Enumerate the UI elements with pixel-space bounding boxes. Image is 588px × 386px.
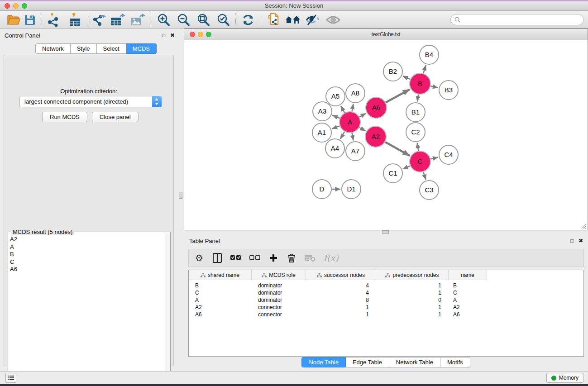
zoom-in-icon[interactable] bbox=[156, 12, 171, 28]
table-cell[interactable]: B bbox=[449, 282, 487, 289]
list-item[interactable]: A bbox=[10, 243, 164, 251]
zoom-selected-icon[interactable] bbox=[215, 12, 231, 28]
export-table-icon[interactable] bbox=[110, 12, 125, 28]
table-cell[interactable]: 0 bbox=[376, 296, 449, 304]
memory-button[interactable]: Memory bbox=[546, 373, 583, 383]
table-cell[interactable]: A2 bbox=[189, 304, 252, 311]
graph-edge-A-A8[interactable] bbox=[352, 104, 353, 112]
graph-edge-B-B1[interactable] bbox=[417, 95, 418, 102]
task-history-button[interactable] bbox=[5, 373, 16, 383]
graph-edge-A-A2[interactable] bbox=[359, 128, 365, 131]
close-table-panel-icon[interactable]: ✖ bbox=[578, 238, 583, 243]
add-column-icon[interactable] bbox=[268, 252, 278, 264]
table-cell[interactable]: 8 bbox=[306, 296, 376, 304]
zoom-out-icon[interactable] bbox=[176, 12, 191, 28]
table-cell[interactable]: connector bbox=[252, 311, 306, 318]
deselect-all-icon[interactable] bbox=[249, 252, 260, 264]
graph-edge-A-A7[interactable] bbox=[352, 133, 353, 141]
graph-edge-A-A4[interactable] bbox=[340, 132, 344, 139]
search-input[interactable] bbox=[463, 17, 583, 23]
search-field[interactable] bbox=[450, 14, 584, 25]
zoom-fit-icon[interactable] bbox=[196, 12, 211, 28]
run-mcds-button[interactable]: Run MCDS bbox=[42, 112, 87, 122]
graph-edge-C-C3[interactable] bbox=[423, 172, 425, 180]
tab-network-table[interactable]: Network Table bbox=[389, 357, 440, 367]
table-cell[interactable]: 1 bbox=[376, 304, 449, 311]
table-cell[interactable]: 1 bbox=[376, 311, 449, 318]
graph-edge-B-B2[interactable] bbox=[403, 76, 410, 79]
function-builder-icon[interactable]: f(x) bbox=[324, 252, 339, 264]
graph-edge-C-C1[interactable] bbox=[403, 166, 410, 169]
graph-edge-A-A3[interactable] bbox=[332, 115, 339, 118]
tab-motifs[interactable]: Motifs bbox=[440, 357, 470, 367]
table-cell[interactable]: 1 bbox=[306, 304, 376, 311]
network-window-titlebar[interactable]: testGlobe.txt bbox=[184, 29, 588, 40]
list-item[interactable]: B bbox=[10, 251, 164, 258]
criterion-dropdown[interactable]: largest connected component (directed) bbox=[19, 96, 162, 107]
table-cell[interactable]: A2 bbox=[449, 304, 487, 311]
tab-edge-table[interactable]: Edge Table bbox=[346, 357, 389, 367]
graph-edge-B-B3[interactable] bbox=[430, 86, 438, 88]
gear-icon[interactable]: ⚙ bbox=[194, 252, 204, 264]
list-scrollbar[interactable] bbox=[165, 233, 170, 385]
table-row[interactable]: Adominator80A bbox=[189, 296, 583, 304]
tab-node-table[interactable]: Node Table bbox=[301, 357, 346, 367]
list-item[interactable]: C bbox=[10, 258, 164, 266]
graph-edge-B-B4[interactable] bbox=[423, 65, 426, 73]
table-cell[interactable]: dominator bbox=[252, 282, 306, 289]
float-panel-icon[interactable]: □ bbox=[162, 33, 165, 38]
split-columns-icon[interactable] bbox=[212, 252, 222, 264]
horizontal-splitter-handle[interactable] bbox=[382, 230, 389, 234]
column-header-successor-nodes[interactable]: successor nodes bbox=[306, 270, 376, 280]
table-cell[interactable]: A6 bbox=[189, 311, 252, 318]
table-cell[interactable]: C bbox=[449, 289, 487, 296]
table-cell[interactable]: B bbox=[189, 282, 252, 289]
graph-edge-A2-C[interactable] bbox=[385, 142, 410, 156]
list-item[interactable]: A6 bbox=[10, 266, 164, 273]
refresh-icon[interactable] bbox=[240, 12, 256, 28]
table-cell[interactable]: 1 bbox=[306, 311, 376, 318]
table-row[interactable]: Bdominator41B bbox=[189, 282, 583, 289]
close-panel-icon[interactable]: ✖ bbox=[170, 33, 175, 38]
open-file-icon[interactable] bbox=[6, 12, 21, 28]
export-network-icon[interactable] bbox=[91, 12, 106, 28]
tab-select[interactable]: Select bbox=[97, 43, 126, 54]
select-all-icon[interactable] bbox=[230, 252, 241, 264]
table-cell[interactable]: 4 bbox=[306, 282, 376, 289]
table-cell[interactable]: 4 bbox=[306, 289, 376, 296]
graph-edge-C-C2[interactable] bbox=[417, 143, 419, 151]
delete-column-icon[interactable] bbox=[287, 252, 296, 264]
graph-edge-A-A5[interactable] bbox=[341, 106, 345, 113]
column-header-shared-name[interactable]: shared name bbox=[189, 270, 252, 280]
table-cell[interactable]: 1 bbox=[376, 282, 449, 289]
graph-edge-A6-B[interactable] bbox=[386, 89, 410, 102]
table-row[interactable]: Cdominator41C bbox=[189, 289, 583, 296]
tab-mcds[interactable]: MCDS bbox=[126, 43, 157, 54]
table-row[interactable]: A2connector11A2 bbox=[189, 304, 583, 311]
graph-edge-C-C4[interactable] bbox=[430, 157, 438, 159]
table-cell[interactable]: dominator bbox=[252, 289, 306, 296]
table-row[interactable]: A6connector11A6 bbox=[189, 311, 583, 318]
table-cell[interactable]: connector bbox=[252, 304, 306, 311]
tab-network[interactable]: Network bbox=[35, 43, 71, 54]
list-item[interactable]: A2 bbox=[10, 236, 164, 243]
import-network-icon[interactable] bbox=[46, 12, 61, 28]
import-table-icon[interactable] bbox=[67, 12, 83, 28]
save-session-icon[interactable] bbox=[22, 12, 38, 28]
resize-grip-icon[interactable] bbox=[580, 223, 587, 229]
table-cell[interactable]: A6 bbox=[449, 311, 487, 318]
close-panel-button[interactable]: Close panel bbox=[92, 112, 139, 122]
float-table-panel-icon[interactable]: □ bbox=[570, 238, 574, 243]
export-image-icon[interactable] bbox=[130, 12, 145, 28]
tab-style[interactable]: Style bbox=[71, 43, 97, 54]
clone-network-icon[interactable] bbox=[266, 12, 282, 28]
table-cell[interactable]: dominator bbox=[252, 296, 306, 304]
graph-edge-A-A6[interactable] bbox=[359, 114, 366, 117]
table-cell[interactable]: A bbox=[449, 296, 487, 304]
column-header-MCDS-role[interactable]: MCDS role bbox=[252, 270, 306, 280]
hide-details-icon[interactable] bbox=[305, 12, 320, 28]
table-cell[interactable]: C bbox=[189, 289, 252, 296]
table-cell[interactable]: A bbox=[189, 296, 252, 304]
graph-edge-A-A1[interactable] bbox=[332, 126, 340, 129]
table-cell[interactable]: 1 bbox=[376, 289, 449, 296]
